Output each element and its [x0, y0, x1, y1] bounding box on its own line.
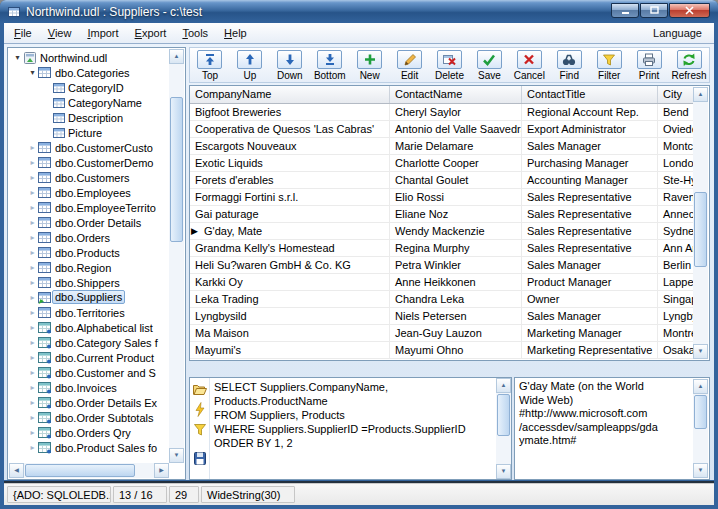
menu-export[interactable]: Export — [127, 24, 175, 42]
tree-horizontal-scrollbar[interactable]: ◀ ▶ — [9, 463, 169, 478]
down-button[interactable]: Down — [270, 48, 310, 82]
grid-cell[interactable]: Accounting Manager — [522, 172, 658, 188]
grid-cell[interactable]: Grandma Kelly's Homestead — [190, 240, 390, 256]
grid-cell[interactable]: Heli Su?waren GmbH & Co. KG — [190, 257, 390, 273]
scroll-left-arrow[interactable]: ◀ — [9, 463, 24, 478]
table-row[interactable]: Leka TradingChandra LekaOwnerSingapo — [190, 291, 694, 308]
tree-item-dbo-alphabetical-list[interactable]: ▸dbo.Alphabetical list — [9, 320, 169, 335]
tree-item-dbo-employees[interactable]: ▸dbo.Employees — [9, 185, 169, 200]
grid-cell[interactable]: Elio Rossi — [390, 189, 522, 205]
expand-arrow-icon[interactable]: ▸ — [27, 233, 38, 242]
table-row[interactable]: Forets d'erablesChantal GouletAccounting… — [190, 172, 694, 189]
table-row[interactable]: LyngbysildNiels PetersenSales ManagerLyn… — [190, 308, 694, 325]
grid-cell[interactable]: Sales Representative — [522, 223, 658, 239]
expand-arrow-icon[interactable]: ▸ — [27, 443, 38, 452]
memo-vertical-scrollbar[interactable]: ▲ ▼ — [693, 379, 708, 478]
tree-item-dbo-orders[interactable]: ▸dbo.Orders — [9, 230, 169, 245]
sql-query-text[interactable]: SELECT Suppliers.CompanyName, Products.P… — [210, 378, 496, 479]
menu-tools[interactable]: Tools — [174, 24, 216, 42]
grid-cell[interactable]: Purchasing Manager — [522, 155, 658, 171]
maximize-button[interactable] — [640, 3, 668, 18]
expand-arrow-icon[interactable]: ▸ — [27, 143, 38, 152]
grid-cell[interactable]: Marketing Manager — [522, 325, 658, 341]
memo-text[interactable]: G'day Mate (on the World Wide Web) #http… — [515, 378, 694, 479]
expand-arrow-icon[interactable]: ▸ — [27, 383, 38, 392]
edit-button[interactable]: Edit — [390, 48, 430, 82]
minimize-button[interactable] — [611, 3, 639, 18]
tree-item-dbo-current-product[interactable]: ▸dbo.Current Product — [9, 350, 169, 365]
expand-arrow-icon[interactable]: ▸ — [27, 398, 38, 407]
grid-cell[interactable]: Mayumi Ohno — [390, 342, 522, 358]
tree-item-northwind-udl[interactable]: ▾Northwind.udl — [9, 50, 169, 65]
grid-cell[interactable]: Leka Trading — [190, 291, 390, 307]
tree-item-categoryid[interactable]: CategoryID — [9, 80, 169, 95]
grid-cell[interactable]: Niels Petersen — [390, 308, 522, 324]
grid-cell[interactable]: Lappeer — [658, 274, 694, 290]
grid-cell[interactable]: Berlin — [658, 257, 694, 273]
scroll-up-arrow[interactable]: ▲ — [693, 379, 708, 394]
delete-button[interactable]: Delete — [430, 48, 470, 82]
tree-item-description[interactable]: Description — [9, 110, 169, 125]
tree-item-picture[interactable]: Picture — [9, 125, 169, 140]
up-button[interactable]: Up — [230, 48, 270, 82]
table-row[interactable]: Grandma Kelly's HomesteadRegina MurphySa… — [190, 240, 694, 257]
column-header-city[interactable]: City — [658, 86, 694, 103]
tree-item-dbo-orders-qry[interactable]: ▸dbo.Orders Qry — [9, 425, 169, 440]
scroll-down-arrow[interactable]: ▼ — [693, 344, 708, 359]
table-row[interactable]: Exotic LiquidsCharlotte CooperPurchasing… — [190, 155, 694, 172]
menu-help[interactable]: Help — [216, 24, 255, 42]
grid-cell[interactable]: Ma Maison — [190, 325, 390, 341]
table-row[interactable]: Karkki OyAnne HeikkonenProduct ManagerLa… — [190, 274, 694, 291]
grid-cell[interactable]: Oviedo — [658, 121, 694, 137]
scroll-thumb[interactable] — [694, 192, 707, 267]
grid-cell[interactable]: Chantal Goulet — [390, 172, 522, 188]
grid-cell[interactable]: Sales Manager — [522, 257, 658, 273]
table-row[interactable]: Heli Su?waren GmbH & Co. KGPetra Winkler… — [190, 257, 694, 274]
tree-item-dbo-order-subtotals[interactable]: ▸dbo.Order Subtotals — [9, 410, 169, 425]
grid-cell[interactable]: Sales Manager — [522, 308, 658, 324]
column-header-contactname[interactable]: ContactName — [390, 86, 522, 103]
expand-arrow-icon[interactable]: ▸ — [27, 158, 38, 167]
menu-language[interactable]: Language — [643, 24, 712, 42]
grid-cell[interactable]: Forets d'erables — [190, 172, 390, 188]
expand-arrow-icon[interactable]: ▸ — [27, 368, 38, 377]
grid-cell[interactable]: Anne Heikkonen — [390, 274, 522, 290]
expand-arrow-icon[interactable]: ▸ — [27, 413, 38, 422]
grid-cell[interactable]: Chandra Leka — [390, 291, 522, 307]
tree-item-dbo-order-details[interactable]: ▸dbo.Order Details — [9, 215, 169, 230]
column-header-companyname[interactable]: CompanyName — [190, 86, 390, 103]
scroll-thumb[interactable] — [497, 394, 510, 436]
table-row[interactable]: Formaggi Fortini s.r.l.Elio RossiSales R… — [190, 189, 694, 206]
cancel-button[interactable]: Cancel — [509, 48, 549, 82]
grid-cell[interactable]: Sales Representative — [522, 240, 658, 256]
grid-cell[interactable]: Bigfoot Breweries — [190, 104, 390, 120]
sql-vertical-scrollbar[interactable]: ▲ ▼ — [496, 378, 511, 479]
tree-item-dbo-employeeterrito[interactable]: ▸dbo.EmployeeTerrito — [9, 200, 169, 215]
table-row[interactable]: Gai paturageEliane NozSales Representati… — [190, 206, 694, 223]
grid-cell[interactable]: Ste-Hya — [658, 172, 694, 188]
grid-cell[interactable]: Sales Representative — [522, 206, 658, 222]
expand-arrow-icon[interactable]: ▸ — [27, 323, 38, 332]
grid-cell[interactable]: Owner — [522, 291, 658, 307]
refresh-button[interactable]: Refresh — [669, 48, 709, 82]
grid-cell[interactable]: Karkki Oy — [190, 274, 390, 290]
grid-cell[interactable]: Escargots Nouveaux — [190, 138, 390, 154]
expand-arrow-icon[interactable]: ▸ — [27, 278, 38, 287]
title-bar[interactable]: Northwind.udl : Suppliers - c:\test — [0, 0, 718, 23]
expand-arrow-icon[interactable]: ▸ — [27, 188, 38, 197]
execute-query-icon[interactable] — [192, 402, 208, 417]
grid-cell[interactable]: Cooperativa de Quesos 'Las Cabras' — [190, 121, 390, 137]
grid-cell[interactable]: Bend — [658, 104, 694, 120]
close-button[interactable] — [669, 3, 710, 18]
grid-cell[interactable]: Wendy Mackenzie — [390, 223, 522, 239]
grid-cell[interactable]: Singapo — [658, 291, 694, 307]
save-button[interactable]: Save — [469, 48, 509, 82]
tree-item-dbo-customercusto[interactable]: ▸dbo.CustomerCusto — [9, 140, 169, 155]
table-row[interactable]: Bigfoot BreweriesCheryl SaylorRegional A… — [190, 104, 694, 121]
table-row[interactable]: Cooperativa de Quesos 'Las Cabras'Antoni… — [190, 121, 694, 138]
tree-item-dbo-shippers[interactable]: ▸dbo.Shippers — [9, 275, 169, 290]
tree-item-dbo-category-sales-f[interactable]: ▸dbo.Category Sales f — [9, 335, 169, 350]
scroll-thumb[interactable] — [170, 97, 183, 242]
expand-arrow-icon[interactable]: ▸ — [27, 338, 38, 347]
expand-arrow-icon[interactable]: ▸ — [27, 308, 38, 317]
